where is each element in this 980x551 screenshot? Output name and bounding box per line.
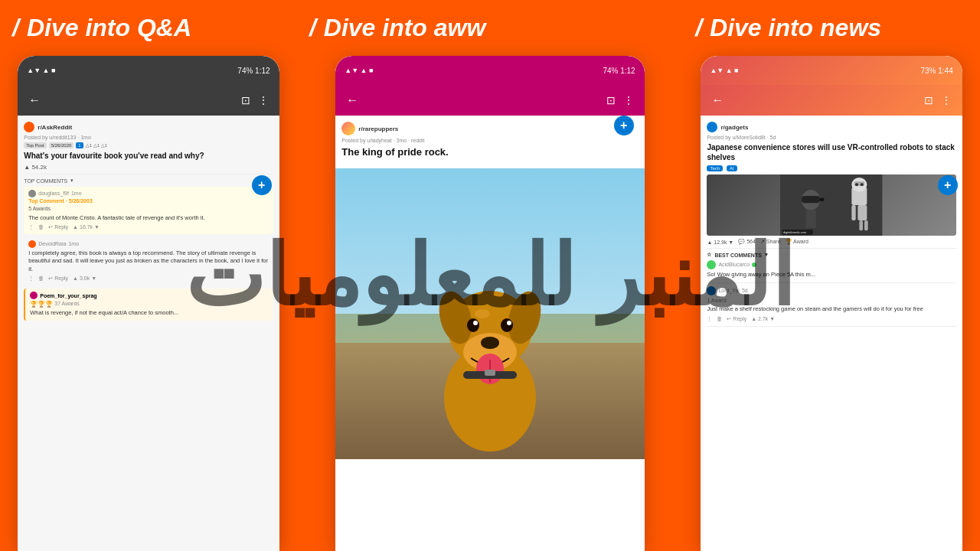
post-meta-aww: r/rarepuppers: [341, 122, 638, 135]
post-meta-qa: r/AskReddit: [24, 122, 273, 132]
back-icon-aww[interactable]: ←: [346, 93, 358, 107]
post-title-aww: The king of pride rock.: [341, 146, 638, 159]
news-comment-2: Lord_Yal 5d 1 Award Just make a shelf re…: [707, 286, 956, 327]
phone-mockup-news: ▲▼ ▲ ■ 73% 1:44 ← ⊡ ⋮ r/gadgets Posted b…: [701, 56, 962, 551]
avatar-aww: [341, 122, 355, 135]
tags-news: Tech AI: [707, 165, 956, 171]
news-comment-2-meta: Lord_Yal 5d: [707, 286, 956, 295]
phone-nav-aww: ← ⊡ ⋮: [335, 85, 644, 116]
comment-1-actions[interactable]: ⋮ 🗑 ↩ Reply ▲ 16.7k ▼: [28, 223, 268, 231]
avatar-comment-3: [30, 292, 38, 299]
nc-2-actions[interactable]: ⋮ 🗑 ↩ Reply ▲ 2.7k ▼: [707, 315, 956, 323]
nc-2-more[interactable]: ⋮: [707, 315, 712, 323]
avatar-news: [707, 122, 717, 132]
avatar-nc-1: [707, 260, 716, 269]
comment-2-actions[interactable]: ⋮ 🗑 ↩ Reply ▲ 3.0k ▼: [28, 275, 268, 282]
svg-rect-25: [852, 205, 856, 220]
menu-icon-aww[interactable]: ⋮: [623, 94, 634, 106]
comment-2-author: DevoidRaia: [38, 240, 66, 248]
vote-row-qa: ▲ 54.2k: [24, 164, 273, 171]
status-bar-time-aww: 74% 1:12: [603, 67, 635, 75]
nc-2-delete[interactable]: 🗑: [717, 315, 722, 323]
svg-point-24: [861, 183, 864, 186]
phone-nav-news: ← ⊡ ⋮: [701, 85, 962, 116]
online-indicator: [752, 262, 756, 267]
nc-2-reply[interactable]: ↩ Reply: [727, 315, 746, 323]
phone-status-bar-qa: ▲▼ ▲ ■ 74% 1:12: [18, 56, 279, 85]
tag-ai: AI: [727, 165, 737, 171]
subreddit-news[interactable]: r/gadgets: [720, 124, 748, 131]
phone-mockup-qa: ▲▼ ▲ ■ 74% 1:12 ← ⊡ ⋮ r/AskReddit Posted…: [18, 56, 279, 551]
comment-2-meta: DevoidRaia 1mo: [28, 240, 268, 248]
posted-by-news: Posted by u/MoreSolid8t · 5d: [707, 135, 956, 140]
dog-svg: [413, 230, 567, 459]
panel-news-header: / Dive into news: [683, 0, 980, 53]
panel-qa: / Dive into Q&A ▲▼ ▲ ■ 74% 1:12 ← ⊡ ⋮ r/…: [0, 0, 297, 551]
panel-aww-header: / Dive into aww: [297, 0, 683, 53]
panel-qa-header: / Dive into Q&A: [0, 0, 297, 53]
comment-2-delete-icon[interactable]: 🗑: [38, 275, 44, 282]
bookmark-icon-news[interactable]: ⊡: [924, 94, 933, 106]
slash-icon-aww: /: [309, 14, 316, 42]
comment-1-awards: 5 Awards: [28, 205, 268, 213]
nc-2-text: Just make a shelf restocking game on ste…: [707, 305, 956, 314]
award-btn[interactable]: 🏆 Award: [786, 239, 808, 245]
menu-icon-qa[interactable]: ⋮: [258, 94, 269, 106]
comment-1-delete-icon[interactable]: 🗑: [38, 223, 44, 231]
svg-rect-26: [858, 205, 867, 220]
aww-post-header: r/rarepuppers Posted by u/ladyheat · 3mo…: [335, 116, 644, 168]
status-bar-time-qa: 74% 1:12: [237, 67, 270, 75]
menu-icon-news[interactable]: ⋮: [941, 94, 952, 106]
news-comment-1: AcidBlucarco So! Wow giving away an Piec…: [707, 260, 956, 283]
comment-1-reply-btn[interactable]: ↩ Reply: [48, 223, 68, 231]
status-bar-icons-news: ▲▼ ▲ ■: [710, 67, 738, 74]
comment-1-vote[interactable]: ▲ 16.7k ▼: [73, 223, 100, 231]
subreddit-name-qa[interactable]: r/AskReddit: [38, 124, 72, 131]
upvote-icon-qa[interactable]: ▲ 54.2k: [24, 164, 47, 171]
bookmark-icon-aww[interactable]: ⊡: [606, 94, 616, 106]
sort-chevron-news[interactable]: ▾: [765, 252, 768, 258]
post-title-news: Japanese convenience stores will use VR-…: [707, 142, 956, 162]
back-icon-qa[interactable]: ←: [28, 93, 41, 107]
divider-news: [707, 248, 956, 249]
fab-qa[interactable]: +: [252, 175, 272, 195]
fab-news[interactable]: +: [938, 175, 958, 195]
comment-2-vote[interactable]: ▲ 3.0k ▼: [73, 275, 96, 282]
phone-mockup-aww: ▲▼ ▲ ■ 74% 1:12 ← ⊡ ⋮ r/rarepuppers Post…: [335, 56, 644, 551]
comment-3-text: What is revenge, if not the equal act/A …: [30, 309, 268, 318]
comment-2-time: 1mo: [68, 240, 79, 248]
nc-2-time: 5d: [742, 287, 748, 295]
comment-1-more-icon[interactable]: ⋮: [28, 223, 34, 231]
upvote-stat[interactable]: ▲ 12.9k ▼: [707, 240, 733, 245]
comment-3-author: Poem_for_your_sprag: [40, 293, 96, 298]
post-meta-news: r/gadgets: [707, 122, 956, 132]
sort-chevron-qa[interactable]: ▾: [70, 178, 74, 184]
nc-2-author: Lord_Yal: [718, 287, 740, 295]
svg-point-6: [467, 318, 479, 332]
post-info-qa: Posted by u/reddit133 · 1mo: [24, 135, 273, 140]
bookmark-icon-qa[interactable]: ⊡: [241, 94, 250, 106]
fab-aww[interactable]: +: [614, 116, 634, 135]
nc-2-vote[interactable]: ▲ 2.7k ▼: [751, 315, 775, 323]
panel-news: / Dive into news ▲▼ ▲ ■ 73% 1:44 ← ⊡ ⋮ r…: [683, 0, 980, 551]
status-bar-time-news: 73% 1:44: [920, 67, 952, 75]
share-btn[interactable]: ↗ Share: [760, 239, 781, 245]
comment-2-text: I completely agree, this book is always …: [28, 249, 268, 274]
best-comments-label-news: ☆ BEST COMMENTS ▾: [707, 252, 956, 258]
subreddit-aww[interactable]: r/rarepuppers: [358, 126, 398, 132]
comment-2-more-icon[interactable]: ⋮: [28, 275, 34, 282]
avatar-comment-2: [28, 240, 36, 248]
avatar-qa: [24, 122, 34, 132]
comments-label-row-qa[interactable]: TOP COMMENTS ▾: [24, 178, 273, 184]
news-image-news: digitaltrends.com: [707, 174, 956, 236]
svg-rect-18: [820, 198, 824, 201]
phone-content-aww: r/rarepuppers Posted by u/ladyheat · 3mo…: [335, 116, 644, 551]
comment-1-author: douglass_f9f: [38, 190, 69, 197]
panel-title-news: Dive into news: [710, 14, 881, 42]
slash-icon-qa: /: [12, 14, 19, 42]
post-title-qa: What's your favourite book you've read a…: [24, 151, 273, 161]
comment-stat[interactable]: 💬 564: [738, 239, 756, 245]
comment-2-reply-btn[interactable]: ↩ Reply: [48, 275, 68, 282]
posted-by-aww: Posted by u/ladyheat · 3mo · reddit: [341, 138, 638, 143]
back-icon-news[interactable]: ←: [711, 93, 724, 107]
